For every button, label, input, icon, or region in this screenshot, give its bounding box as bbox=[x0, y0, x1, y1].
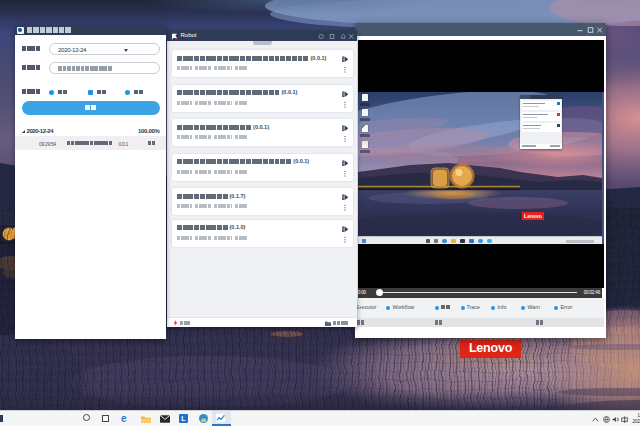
svg-text:Lenovo: Lenovo bbox=[524, 213, 542, 219]
